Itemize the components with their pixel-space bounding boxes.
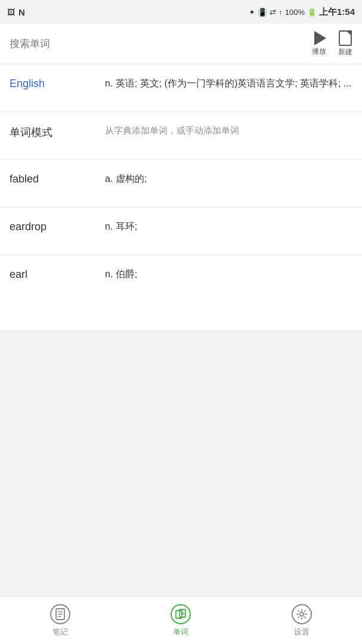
nav-label-words: 单词 <box>173 627 188 637</box>
n-icon: N <box>18 7 25 17</box>
nav-item-notes[interactable]: 笔记 <box>38 599 82 642</box>
words-icon <box>171 604 191 624</box>
settings-svg <box>296 608 308 620</box>
notes-icon <box>50 604 70 624</box>
word-definition: n. 英语; 英文; (作为一门学科的)英语语言文学; 英语学科; ... <box>105 76 352 91</box>
status-time: 上午1:54 <box>319 7 355 18</box>
list-item[interactable]: earl n. 伯爵; <box>0 255 362 303</box>
nav-item-settings[interactable]: 设置 <box>280 599 324 642</box>
signal-icon: ↑ <box>279 8 283 17</box>
list-item[interactable]: 单词模式 从字典添加单词，或手动添加单词 <box>0 112 362 160</box>
search-actions: 播放 新建 <box>312 30 352 57</box>
new-label: 新建 <box>338 47 352 57</box>
word-definition: 从字典添加单词，或手动添加单词 <box>105 124 352 138</box>
svg-point-8 <box>300 612 304 616</box>
list-item[interactable]: English n. 英语; 英文; (作为一门学科的)英语语言文学; 英语学科… <box>0 64 362 112</box>
word-list: English n. 英语; 英文; (作为一门学科的)英语语言文学; 英语学科… <box>0 64 362 331</box>
battery-text: 100% <box>285 8 305 17</box>
search-input[interactable] <box>10 38 307 50</box>
word-definition: n. 耳环; <box>105 219 352 234</box>
word-term: earl <box>10 267 105 281</box>
word-term: fabled <box>10 172 105 185</box>
notes-svg <box>55 608 66 620</box>
word-definition: n. 伯爵; <box>105 267 352 281</box>
play-icon <box>314 31 326 45</box>
empty-area <box>0 331 362 597</box>
play-label: 播放 <box>312 47 326 57</box>
list-item[interactable]: fabled a. 虚构的; <box>0 160 362 208</box>
list-item[interactable]: eardrop n. 耳环; <box>0 208 362 255</box>
bluetooth-icon: ✦ <box>249 8 255 17</box>
word-term: 单词模式 <box>10 124 105 140</box>
nav-item-words[interactable]: 单词 <box>159 599 203 642</box>
status-right-icons: ✦ 📳 ⇄ ↑ 100% 🔋 上午1:54 <box>249 7 355 18</box>
settings-icon <box>292 604 312 624</box>
wifi-icon: ⇄ <box>270 8 276 17</box>
new-icon <box>339 30 352 46</box>
nav-label-settings: 设置 <box>294 627 310 637</box>
new-button[interactable]: 新建 <box>338 30 352 57</box>
battery-icon: 🔋 <box>307 8 317 17</box>
word-definition: a. 虚构的; <box>105 172 352 186</box>
words-svg <box>175 608 187 620</box>
word-term: English <box>10 76 105 90</box>
image-icon: 🖼 <box>7 8 15 17</box>
word-term: eardrop <box>10 219 105 233</box>
search-bar: 播放 新建 <box>0 24 362 64</box>
phone-icon: 📳 <box>258 8 267 17</box>
bottom-nav: 笔记 单词 设置 <box>0 596 362 644</box>
play-button[interactable]: 播放 <box>312 31 326 57</box>
status-left-icons: 🖼 N <box>7 7 25 17</box>
nav-label-notes: 笔记 <box>52 627 68 637</box>
status-bar: 🖼 N ✦ 📳 ⇄ ↑ 100% 🔋 上午1:54 <box>0 0 362 24</box>
